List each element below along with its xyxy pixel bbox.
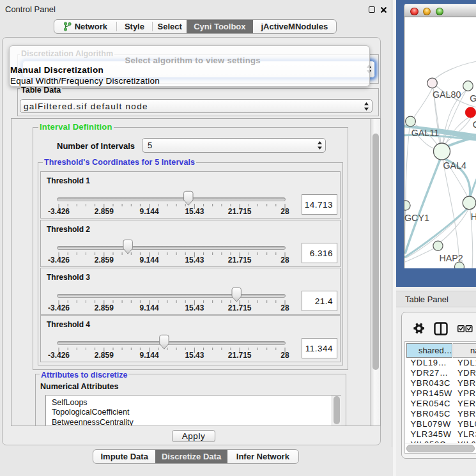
svg-text:GAL4: GAL4 [443,160,467,171]
svg-text:GCY1: GCY1 [404,213,429,223]
svg-text:GAL11: GAL11 [411,128,439,138]
svg-text:HAP2: HAP2 [439,253,463,263]
svg-text:H: H [471,211,476,222]
svg-text:GAL80: GAL80 [433,89,461,100]
svg-text:GA: GA [470,93,476,104]
svg-text:C: C [473,119,476,130]
